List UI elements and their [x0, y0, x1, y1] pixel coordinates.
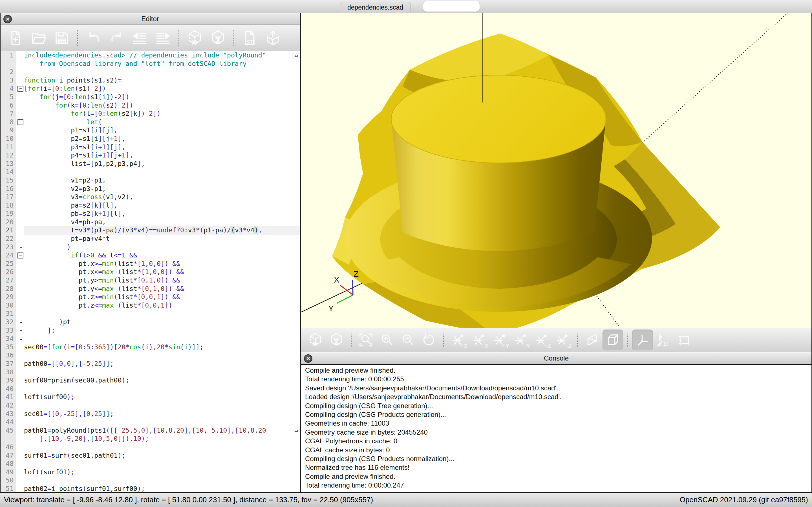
code-row[interactable]: 44	[1, 418, 300, 427]
code-row[interactable]: 50	[1, 476, 300, 485]
fold-gutter	[16, 385, 24, 393]
code-row[interactable]: 37path00=[[0,0],[-5,25]];	[1, 360, 300, 368]
console-log[interactable]: Compile and preview finished.Total rende…	[301, 364, 811, 492]
code-row[interactable]: 5 for(j=[0:len(s1[i])-2])	[1, 93, 300, 101]
code-row[interactable]: 1include<dependencies.scad> // dependenc…	[1, 51, 300, 60]
vp-preview-button[interactable]	[305, 330, 326, 350]
code-text: if(t>0 && t<=1 &&	[24, 251, 300, 260]
code-text: pt.y>=min(list*[0,1,0]) &&	[24, 276, 300, 285]
code-row[interactable]: 39surf00=prism(sec00,path00);	[1, 376, 300, 385]
code-row[interactable]: 49loft(surf01);	[1, 468, 300, 476]
code-row[interactable]: 23 )	[1, 243, 300, 251]
editor-close-icon[interactable]: ✕	[3, 15, 12, 23]
console-close-icon[interactable]: ✕	[304, 354, 312, 363]
code-row[interactable]: 43sec01=[[0,-25],[0,25]];	[1, 410, 300, 418]
view-plus-x-button[interactable]: +X	[448, 330, 469, 350]
code-row[interactable]: 40	[1, 385, 300, 393]
code-row[interactable]: 29 pt.z>=min(list*[0,0,1]) &&	[1, 293, 300, 301]
preview-button[interactable]	[183, 27, 206, 49]
code-row[interactable]: 8 let(	[1, 118, 300, 126]
window-tab-empty[interactable]	[423, 1, 480, 12]
view-minus-x-button[interactable]: -X	[469, 330, 490, 350]
code-editor[interactable]: 1include<dependencies.scad> // dependenc…	[1, 51, 300, 492]
vp-render-button[interactable]	[326, 330, 347, 350]
export-3d-button[interactable]	[261, 27, 285, 49]
view-minus-z-button[interactable]: -Z	[552, 330, 573, 350]
code-row[interactable]: 18 pa=s2[k][l],	[1, 202, 300, 210]
zoom-all-button[interactable]	[356, 330, 376, 350]
code-row[interactable]: 4[for(i=[0:len(s1)-2])	[1, 84, 300, 93]
fold-toggle-icon[interactable]	[16, 84, 24, 93]
code-row[interactable]: 10 p2=s1[i][j+1],	[1, 135, 300, 143]
reset-view-button[interactable]	[418, 330, 439, 350]
code-row[interactable]: 21 t=v3*(p1-pa)/(v3*v4)==undef?0:v3*(p1-…	[1, 226, 300, 235]
orthographic-button[interactable]	[603, 330, 623, 350]
code-row[interactable]: 33 ];	[1, 327, 300, 335]
code-row[interactable]: 41loft(surf00);	[1, 393, 300, 401]
code-row[interactable]: 38	[1, 368, 300, 377]
perspective-button[interactable]	[581, 330, 603, 350]
line-number: 24	[1, 251, 16, 260]
show-scale-button[interactable]	[653, 330, 674, 350]
fold-toggle-icon[interactable]	[16, 251, 24, 260]
view-minus-y-button[interactable]: -Y	[510, 330, 531, 350]
code-row[interactable]: 36	[1, 351, 300, 360]
code-row[interactable]: 14	[1, 168, 300, 176]
code-row[interactable]: 27 pt.y>=min(list*[0,1,0]) &&	[1, 276, 300, 285]
undo-button[interactable]	[82, 27, 105, 49]
fold-gutter	[16, 143, 24, 152]
code-row[interactable]: 32 )pt	[1, 318, 300, 327]
code-row[interactable]: 31	[1, 309, 300, 318]
show-edges-button[interactable]	[674, 330, 695, 350]
unindent-button[interactable]	[128, 27, 151, 49]
code-row[interactable]: 15 v1=p2-p1,	[1, 176, 300, 185]
fold-gutter	[16, 418, 24, 427]
new-file-button[interactable]	[4, 27, 27, 49]
code-row[interactable]: from Openscad library and "loft" from do…	[1, 60, 300, 68]
code-row[interactable]: 46	[1, 443, 300, 452]
code-row[interactable]: 7 for(l=[0:len(s2[k])-2])	[1, 110, 300, 118]
code-row[interactable]: 9 p1=s1[i][j],	[1, 126, 300, 135]
code-row[interactable]: 47surf01=surf(sec01,path01);	[1, 452, 300, 460]
code-row[interactable]: 3function i_points(s1,s2)=	[1, 76, 300, 85]
code-row[interactable]: 12 p4=s1[i+1][j+1],	[1, 151, 300, 160]
code-row[interactable]: 20 v4=pb-pa,	[1, 218, 300, 226]
code-row[interactable]: 51path02=i_points(surf01,surf00);	[1, 485, 300, 492]
axis-view-label: -Y	[524, 343, 530, 349]
code-row[interactable]: 11 p3=s1[i+1][j],	[1, 143, 300, 152]
code-row[interactable]: 24 if(t>0 && t<=1 &&	[1, 251, 300, 260]
code-row[interactable]: 42	[1, 401, 300, 410]
view-plus-y-button[interactable]: +Y	[490, 330, 510, 350]
show-axes-button[interactable]	[632, 330, 653, 350]
export-stl-button[interactable]	[238, 27, 261, 49]
3d-viewport[interactable]: X Y Z	[301, 13, 811, 328]
code-row[interactable]: 45path01=polyRound(pts1([[-25,5,0],[10,8…	[1, 427, 300, 435]
code-row[interactable]: 2	[1, 68, 300, 76]
open-file-button[interactable]	[27, 27, 50, 49]
code-row[interactable]: 22 pt=pa+v4*t	[1, 235, 300, 243]
indent-button[interactable]	[151, 27, 174, 49]
code-row[interactable]: 19 pb=s2[k+1][l],	[1, 210, 300, 218]
render-button[interactable]	[206, 27, 230, 49]
redo-button[interactable]	[105, 27, 128, 49]
code-row[interactable]: 34	[1, 335, 300, 343]
view-plus-z-button[interactable]: +Z	[531, 330, 552, 350]
window-title-tab[interactable]: dependencies.scad	[340, 2, 411, 13]
line-number: 49	[1, 468, 16, 476]
code-row[interactable]: 13 list=[p1,p2,p3,p4],	[1, 160, 300, 168]
code-row[interactable]: 17 v3=cross(v1,v2),	[1, 193, 300, 202]
code-row[interactable]: 30 pt.z<=max (list*[0,0,1])	[1, 301, 300, 310]
code-row[interactable]: 26 pt.x<=max (list*[1,0,0]) &&	[1, 268, 300, 276]
save-file-button[interactable]	[50, 27, 73, 49]
zoom-in-button[interactable]	[376, 330, 397, 350]
zoom-out-button[interactable]	[397, 330, 418, 350]
fold-toggle-icon[interactable]	[16, 118, 24, 126]
code-row[interactable]: 35sec00=[for(i=[0:5:365])[20*cos(i),20*s…	[1, 343, 300, 351]
code-row[interactable]: 6 for(k=[0:len(s2)-2])	[1, 101, 300, 110]
code-row[interactable]: 48	[1, 460, 300, 468]
code-row[interactable]: 16 v2=p3-p1,	[1, 185, 300, 193]
code-row[interactable]: ],[10,-9,20],[10,5,0]]),10);	[1, 435, 300, 443]
preview-icon	[308, 333, 323, 347]
code-row[interactable]: 25 pt.x>=min(list*[1,0,0]) &&	[1, 260, 300, 268]
code-row[interactable]: 28 pt.y<=max (list*[0,1,0]) &&	[1, 285, 300, 293]
